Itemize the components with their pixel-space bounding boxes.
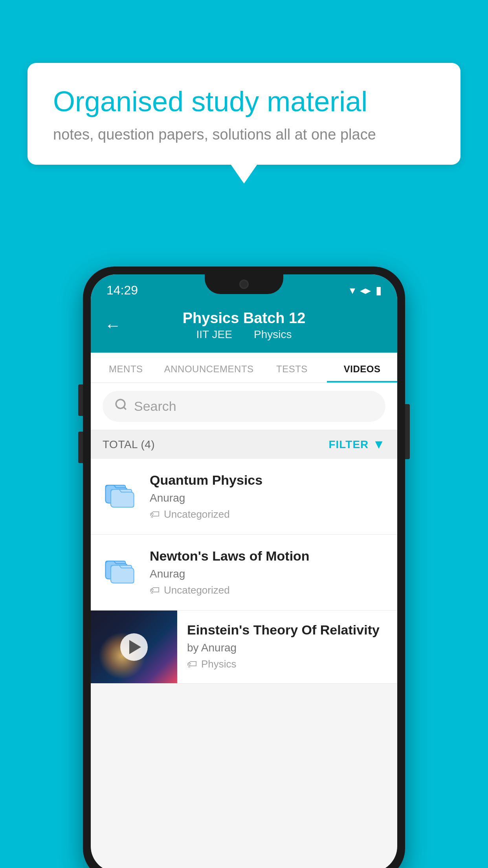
back-button[interactable]: ← [105, 316, 121, 335]
tab-announcements[interactable]: ANNOUNCEMENTS [161, 353, 257, 383]
search-icon [114, 398, 128, 415]
speech-bubble-heading: Organised study material [53, 85, 435, 118]
video-info: Newton's Laws of Motion Anurag 🏷 Uncateg… [150, 548, 385, 596]
phone-vol-up-button [78, 384, 83, 416]
speech-bubble-subtext: notes, question papers, solutions all at… [53, 126, 435, 143]
phone-vol-down-button [78, 432, 83, 463]
phone-screen: 14:29 ▾ ◂▸ ▮ ← Physics Batch 12 IIT JEE … [91, 274, 397, 868]
video-info: Einstein's Theory Of Relativity by Anura… [177, 611, 397, 682]
video-title: Einstein's Theory Of Relativity [187, 622, 387, 638]
filter-label: FILTER [328, 438, 369, 451]
phone-frame: 14:29 ▾ ◂▸ ▮ ← Physics Batch 12 IIT JEE … [83, 267, 405, 868]
tag-icon: 🏷 [150, 508, 160, 520]
tag-label: Uncategorized [164, 508, 230, 520]
phone-power-button [405, 404, 410, 459]
status-time: 14:29 [106, 283, 138, 298]
battery-icon: ▮ [376, 284, 382, 297]
status-icons: ▾ ◂▸ ▮ [350, 284, 382, 297]
app-header: ← Physics Batch 12 IIT JEE Physics [91, 302, 397, 353]
app-title: Physics Batch 12 [183, 310, 306, 327]
app-subtitle: IIT JEE Physics [183, 328, 306, 341]
video-info: Quantum Physics Anurag 🏷 Uncategorized [150, 473, 385, 520]
signal-icon: ◂▸ [360, 284, 371, 297]
tab-videos[interactable]: VIDEOS [327, 353, 397, 383]
video-title: Newton's Laws of Motion [150, 548, 385, 564]
tag-label: Uncategorized [164, 584, 230, 596]
video-tag: 🏷 Physics [187, 658, 387, 670]
video-tag: 🏷 Uncategorized [150, 508, 385, 520]
tag-icon: 🏷 [150, 584, 160, 596]
content-area: Quantum Physics Anurag 🏷 Uncategorized [91, 459, 397, 684]
folder-icon [103, 476, 138, 511]
header-title-block: Physics Batch 12 IIT JEE Physics [183, 310, 306, 341]
tag-label: Physics [201, 658, 237, 670]
search-box[interactable]: Search [103, 391, 385, 422]
video-author: Anurag [150, 568, 385, 580]
svg-point-0 [116, 399, 125, 408]
play-button[interactable] [120, 633, 148, 661]
video-title: Quantum Physics [150, 473, 385, 488]
total-count: TOTAL (4) [103, 438, 155, 451]
tab-tests[interactable]: TESTS [257, 353, 327, 383]
search-container: Search [91, 383, 397, 430]
list-item[interactable]: Quantum Physics Anurag 🏷 Uncategorized [91, 459, 397, 535]
wifi-icon: ▾ [350, 284, 355, 297]
folder-icon [103, 552, 138, 587]
list-item[interactable]: Einstein's Theory Of Relativity by Anura… [91, 611, 397, 684]
list-item[interactable]: Newton's Laws of Motion Anurag 🏷 Uncateg… [91, 535, 397, 611]
subtitle-part2: Physics [254, 328, 292, 340]
tag-icon: 🏷 [187, 658, 197, 670]
filter-button[interactable]: FILTER ▼ [328, 437, 385, 452]
speech-bubble: Organised study material notes, question… [28, 63, 460, 165]
filter-bar: TOTAL (4) FILTER ▼ [91, 430, 397, 459]
tabs-bar: MENTS ANNOUNCEMENTS TESTS VIDEOS [91, 353, 397, 383]
play-icon [129, 640, 141, 654]
svg-line-1 [124, 407, 126, 410]
video-author: Anurag [150, 492, 385, 504]
subtitle-part1: IIT JEE [196, 328, 232, 340]
search-placeholder: Search [134, 399, 176, 414]
tab-ments[interactable]: MENTS [91, 353, 161, 383]
filter-funnel-icon: ▼ [372, 437, 385, 452]
video-thumbnail [91, 611, 177, 683]
phone-notch [205, 274, 283, 294]
video-tag: 🏷 Uncategorized [150, 584, 385, 596]
video-author: by Anurag [187, 642, 387, 654]
phone-camera [239, 280, 249, 289]
speech-bubble-container: Organised study material notes, question… [28, 63, 460, 165]
